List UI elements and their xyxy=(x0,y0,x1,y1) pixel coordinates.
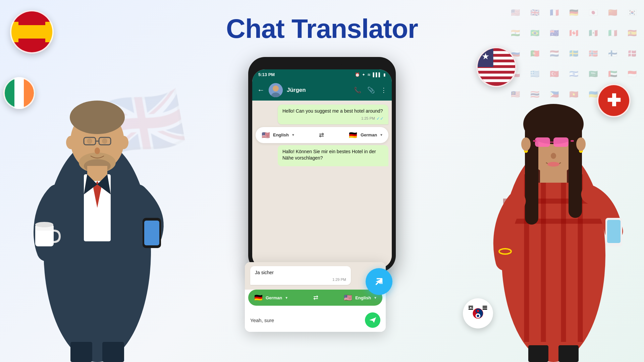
svg-point-16 xyxy=(477,315,479,317)
svg-rect-62 xyxy=(553,137,569,147)
svg-rect-64 xyxy=(533,140,536,142)
target-dropdown-arrow-1[interactable]: ▼ xyxy=(380,133,383,137)
sent-message-time: 1:25 PM ✓✓ xyxy=(282,116,384,121)
signal-icon: ▌▌▌ xyxy=(373,72,381,77)
sent-message: Hello! Can you suggest me a best hotel a… xyxy=(278,105,388,124)
received-message: Ja sicher 1:29 PM xyxy=(250,266,351,285)
source-language-2[interactable]: 🇩🇪 German ▼ xyxy=(254,293,288,302)
telegram-button-1[interactable] xyxy=(366,268,392,295)
translated-text-1: Hallo! Können Sie mir ein bestes Hotel i… xyxy=(282,148,384,162)
phone-screen: 5:13 PM ⏰ ✦ ≋ ▌▌▌ ▮ ← xyxy=(252,69,392,268)
svg-rect-23 xyxy=(483,309,487,310)
more-options-icon[interactable]: ⋮ xyxy=(381,86,387,94)
phone-frame: 5:13 PM ⏰ ✦ ≋ ▌▌▌ ▮ ← xyxy=(248,57,396,272)
svg-point-73 xyxy=(576,137,586,151)
bg-flag: 🇨🇳 xyxy=(603,3,622,22)
bg-flag: 🇦🇺 xyxy=(545,23,564,43)
phone-call-icon[interactable]: 📞 xyxy=(354,86,361,94)
svg-rect-17 xyxy=(469,306,473,307)
battery-icon: ▮ xyxy=(383,72,386,77)
bg-flag: 🇺🇸 xyxy=(506,3,525,22)
ireland-flag-circle xyxy=(3,77,35,109)
source-flag-2: 🇩🇪 xyxy=(254,293,263,302)
swiss-cross-icon: ✚ xyxy=(607,92,621,109)
wifi-icon: ≋ xyxy=(367,72,371,77)
swap-languages-button-1[interactable]: ⇄ xyxy=(319,131,324,139)
bg-flag: 🇬🇧 xyxy=(525,3,544,22)
yeah-sure-area: Yeah, sure xyxy=(245,308,386,332)
target-flag-1: 🇩🇪 xyxy=(348,130,358,140)
phone-container: 5:13 PM ⏰ ✦ ≋ ▌▌▌ ▮ ← xyxy=(248,57,396,272)
svg-rect-8 xyxy=(478,68,515,71)
attach-icon[interactable]: 📎 xyxy=(367,86,375,94)
svg-rect-2 xyxy=(18,25,45,39)
bg-flag: 🇪🇸 xyxy=(623,23,641,43)
message-ticks: ✓✓ xyxy=(376,116,384,121)
svg-point-15 xyxy=(477,310,479,312)
received-message-card: Ja sicher 1:29 PM 🇩🇪 German ▼ ⇄ 🇺🇸 Engli… xyxy=(245,262,386,332)
svg-point-35 xyxy=(102,138,107,144)
whatsapp-header: ← Jürgen 📞 📎 ⋮ xyxy=(252,80,392,101)
spain-flag-circle xyxy=(10,10,54,54)
target-dropdown-arrow-2[interactable]: ▼ xyxy=(374,296,377,300)
svg-rect-47 xyxy=(70,342,92,362)
phone-notch xyxy=(302,61,342,68)
target-lang-label-2: English xyxy=(355,295,371,300)
bg-flag: 🇳🇴 xyxy=(584,44,602,63)
svg-rect-80 xyxy=(558,345,579,362)
svg-point-72 xyxy=(521,137,531,151)
bg-flag: 🇳🇱 xyxy=(545,44,564,63)
svg-point-78 xyxy=(500,260,508,266)
svg-point-36 xyxy=(95,147,100,154)
source-language-1[interactable]: 🇺🇸 English ▼ xyxy=(261,130,295,140)
svg-rect-79 xyxy=(528,345,548,362)
back-button[interactable]: ← xyxy=(257,86,265,95)
status-icons: ⏰ ✦ ≋ ▌▌▌ ▮ xyxy=(355,72,386,77)
alarm-icon: ⏰ xyxy=(355,72,360,77)
bg-flag: 🇮🇹 xyxy=(603,23,622,43)
svg-point-67 xyxy=(547,162,559,167)
recv-msg-area: Ja sicher 1:29 PM xyxy=(245,262,386,290)
received-message-text: Ja sicher xyxy=(255,269,346,276)
korea-flag-circle xyxy=(463,298,493,328)
bg-flag: 🇫🇷 xyxy=(545,3,564,22)
bg-flag: 🇯🇵 xyxy=(584,3,602,22)
target-language-2[interactable]: 🇺🇸 English ▼ xyxy=(343,293,377,302)
svg-point-66 xyxy=(551,153,556,159)
send-button[interactable] xyxy=(365,312,380,328)
source-lang-label-1: English xyxy=(273,132,289,137)
received-message-time: 1:29 PM xyxy=(255,278,346,282)
chat-area: Hello! Can you suggest me a best hotel a… xyxy=(252,101,392,268)
svg-rect-3 xyxy=(18,39,45,45)
svg-rect-20 xyxy=(469,309,473,310)
svg-rect-48 xyxy=(102,342,124,362)
svg-rect-61 xyxy=(535,137,550,147)
svg-rect-1 xyxy=(18,18,45,25)
target-language-1[interactable]: 🇩🇪 German ▼ xyxy=(348,130,383,140)
contact-name: Jürgen xyxy=(287,87,350,94)
source-lang-label-2: German xyxy=(266,295,282,300)
target-lang-label-1: German xyxy=(361,132,377,137)
bg-flag: 🇵🇹 xyxy=(525,44,544,63)
source-dropdown-arrow-2[interactable]: ▼ xyxy=(285,296,288,300)
contact-avatar xyxy=(269,83,283,97)
bg-flag: 🇮🇳 xyxy=(506,23,525,43)
status-time: 5:13 PM xyxy=(258,72,275,77)
translation-bar-1[interactable]: 🇺🇸 English ▼ ⇄ 🇩🇪 German ▼ xyxy=(256,127,388,143)
svg-point-28 xyxy=(70,101,125,134)
svg-rect-21 xyxy=(483,306,487,307)
bg-flag: 🇲🇽 xyxy=(584,23,602,43)
svg-point-34 xyxy=(87,138,92,144)
header-icons: 📞 📎 ⋮ xyxy=(354,86,387,94)
source-dropdown-arrow-1[interactable]: ▼ xyxy=(291,133,295,137)
svg-rect-76 xyxy=(607,220,621,243)
swap-languages-button-2[interactable]: ⇄ xyxy=(313,294,318,301)
usa-flag-circle: ★ xyxy=(476,47,517,87)
svg-rect-10 xyxy=(478,79,515,82)
source-flag-1: 🇺🇸 xyxy=(261,130,270,140)
svg-rect-22 xyxy=(483,307,487,308)
svg-rect-19 xyxy=(471,307,473,308)
bg-flag: 🇧🇷 xyxy=(525,23,544,43)
translation-bar-2[interactable]: 🇩🇪 German ▼ ⇄ 🇺🇸 English ▼ xyxy=(248,290,382,306)
svg-point-39 xyxy=(35,222,53,227)
